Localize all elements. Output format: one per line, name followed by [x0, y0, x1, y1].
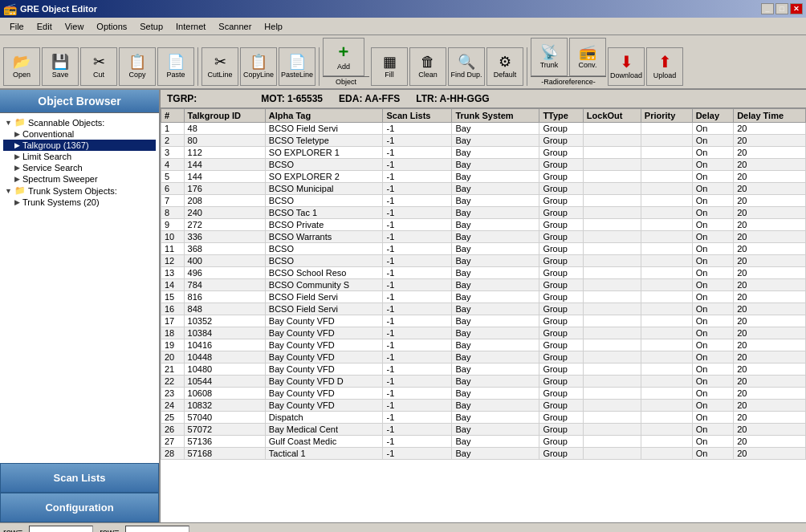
- menu-help[interactable]: Help: [258, 20, 289, 33]
- table-row[interactable]: 2210544Bay County VFD D-1BayGroupOn20: [161, 376, 806, 388]
- table-cell: On: [692, 400, 734, 412]
- table-container[interactable]: # Talkgroup ID Alpha Tag Scan Lists Trun…: [161, 108, 806, 522]
- fill-button[interactable]: ▦ Fill: [371, 47, 408, 86]
- table-row[interactable]: 2410832Bay County VFD-1BayGroupOn20: [161, 400, 806, 412]
- tree-scannable-objects[interactable]: ▼ 📁 Scannable Objects:: [3, 116, 156, 128]
- tree-item-label: Trunk Systems (20): [22, 197, 100, 207]
- cut-button[interactable]: ✂ Cut: [80, 47, 117, 86]
- copyline-button[interactable]: 📋 CopyLine: [240, 47, 277, 86]
- table-cell: BCSO Warrants: [265, 231, 383, 243]
- col-priority: Priority: [641, 109, 692, 123]
- tree-limit-search[interactable]: ▶ Limit Search: [3, 151, 156, 162]
- table-row[interactable]: 7208BCSO-1BayGroupOn20: [161, 195, 806, 207]
- menu-edit[interactable]: Edit: [31, 20, 59, 33]
- status-field2[interactable]: [125, 526, 189, 533]
- table-row[interactable]: 13496BCSO School Reso-1BayGroupOn20: [161, 267, 806, 279]
- save-button[interactable]: 💾 Save: [42, 47, 79, 86]
- table-cell: [641, 231, 692, 243]
- tree-trunk-systems[interactable]: ▶ Trunk Systems (20): [3, 197, 156, 208]
- tree-talkgroup[interactable]: ▶ Talkgroup (1367): [3, 140, 156, 151]
- table-row[interactable]: 5144SO EXPLORER 2-1BayGroupOn20: [161, 171, 806, 183]
- menu-options[interactable]: Options: [90, 20, 133, 33]
- col-ttype: TType: [539, 109, 583, 123]
- clean-button[interactable]: 🗑 Clean: [409, 47, 446, 86]
- table-row[interactable]: 15816BCSO Field Servi-1BayGroupOn20: [161, 291, 806, 303]
- open-button[interactable]: 📂 Open: [3, 47, 40, 86]
- paste-button[interactable]: 📄 Paste: [157, 47, 194, 86]
- menu-view[interactable]: View: [59, 20, 91, 33]
- table-row[interactable]: 2310608Bay County VFD-1BayGroupOn20: [161, 388, 806, 400]
- status-field1[interactable]: [29, 526, 93, 533]
- table-row[interactable]: 2557040Dispatch-1BayGroupOn20: [161, 412, 806, 424]
- table-cell: [583, 135, 641, 147]
- conv-button[interactable]: 📻 Conv.: [569, 38, 606, 76]
- table-row[interactable]: 10336BCSO Warrants-1BayGroupOn20: [161, 231, 806, 243]
- table-row[interactable]: 12400BCSO-1BayGroupOn20: [161, 255, 806, 267]
- expand-arrow-ss: ▶: [14, 164, 20, 172]
- toolbar-radio-group: ▦ Fill 🗑 Clean 🔍 Find Dup. ⚙ Default: [371, 47, 527, 86]
- default-button[interactable]: ⚙ Default: [486, 47, 523, 86]
- table-cell: [583, 351, 641, 363]
- table-cell: Bay County VFD: [265, 388, 383, 400]
- table-cell: 28: [161, 448, 185, 460]
- table-row[interactable]: 4144BCSO-1BayGroupOn20: [161, 159, 806, 171]
- table-cell: Bay: [452, 412, 539, 424]
- tree-service-search[interactable]: ▶ Service Search: [3, 162, 156, 173]
- table-cell: -1: [383, 436, 452, 448]
- table-row[interactable]: 1810384Bay County VFD-1BayGroupOn20: [161, 327, 806, 339]
- upload-button[interactable]: ⬆ Upload: [646, 47, 683, 86]
- table-row[interactable]: 11368BCSO-1BayGroupOn20: [161, 243, 806, 255]
- close-button[interactable]: ✕: [790, 3, 803, 14]
- add-button[interactable]: + Add: [323, 38, 364, 76]
- table-row[interactable]: 2857168Tactical 1-1BayGroupOn20: [161, 448, 806, 460]
- table-row[interactable]: 14784BCSO Community S-1BayGroupOn20: [161, 279, 806, 291]
- tree-spectrum-sweeper[interactable]: ▶ Spectrum Sweeper: [3, 173, 156, 185]
- pasteline-icon: 📄: [288, 55, 306, 69]
- table-row[interactable]: 6176BCSO Municipal-1BayGroupOn20: [161, 183, 806, 195]
- table-row[interactable]: 16848BCSO Field Servi-1BayGroupOn20: [161, 303, 806, 315]
- main-content: Object Browser ▼ 📁 Scannable Objects: ▶ …: [0, 90, 806, 522]
- configuration-button[interactable]: Configuration: [0, 493, 159, 522]
- title-bar-controls[interactable]: _ □ ✕: [761, 3, 803, 14]
- table-cell: [641, 159, 692, 171]
- table-cell: SO EXPLORER 2: [265, 171, 383, 183]
- tree-trunk-objects[interactable]: ▼ 📁 Trunk System Objects:: [3, 185, 156, 197]
- table-row[interactable]: 8240BCSO Tac 1-1BayGroupOn20: [161, 207, 806, 219]
- table-row[interactable]: 3112SO EXPLORER 1-1BayGroupOn20: [161, 147, 806, 159]
- download-button[interactable]: ⬇ Download: [608, 47, 645, 86]
- table-row[interactable]: 2757136Gulf Coast Medic-1BayGroupOn20: [161, 436, 806, 448]
- cutline-button[interactable]: ✂ CutLine: [202, 47, 238, 86]
- tree-item-label: Spectrum Sweeper: [22, 174, 98, 184]
- table-cell: Group: [539, 183, 583, 195]
- pasteline-button[interactable]: 📄 PasteLine: [279, 47, 315, 86]
- table-cell: 8: [161, 207, 185, 219]
- table-cell: On: [692, 448, 734, 460]
- scan-lists-button[interactable]: Scan Lists: [0, 463, 159, 493]
- table-row[interactable]: 2657072Bay Medical Cent-1BayGroupOn20: [161, 424, 806, 436]
- table-cell: Group: [539, 159, 583, 171]
- copy-button[interactable]: 📋 Copy: [119, 47, 156, 86]
- table-cell: Bay: [452, 183, 539, 195]
- menu-internet[interactable]: Internet: [169, 20, 212, 33]
- table-row[interactable]: 2110480Bay County VFD-1BayGroupOn20: [161, 363, 806, 376]
- table-row[interactable]: 2010448Bay County VFD-1BayGroupOn20: [161, 351, 806, 363]
- menu-file[interactable]: File: [3, 20, 31, 33]
- menu-scanner[interactable]: Scanner: [212, 20, 258, 33]
- table-row[interactable]: 280BCSO Teletype-1BayGroupOn20: [161, 135, 806, 147]
- table-cell: -1: [383, 183, 452, 195]
- trunk-button[interactable]: 📡 Trunk: [531, 38, 568, 76]
- menu-setup[interactable]: Setup: [133, 20, 169, 33]
- minimize-button[interactable]: _: [761, 3, 774, 14]
- table-cell: -1: [383, 147, 452, 159]
- table-cell: On: [692, 171, 734, 183]
- table-cell: On: [692, 159, 734, 171]
- table-cell: 20: [734, 315, 806, 327]
- table-row[interactable]: 1910416Bay County VFD-1BayGroupOn20: [161, 339, 806, 351]
- tree-conventional[interactable]: ▶ Conventional: [3, 128, 156, 140]
- table-cell: [583, 159, 641, 171]
- finddup-button[interactable]: 🔍 Find Dup.: [448, 47, 485, 86]
- table-row[interactable]: 1710352Bay County VFD-1BayGroupOn20: [161, 315, 806, 327]
- table-row[interactable]: 9272BCSO Private-1BayGroupOn20: [161, 219, 806, 231]
- maximize-button[interactable]: □: [775, 3, 788, 14]
- table-row[interactable]: 148BCSO Field Servi-1BayGroupOn20: [161, 123, 806, 135]
